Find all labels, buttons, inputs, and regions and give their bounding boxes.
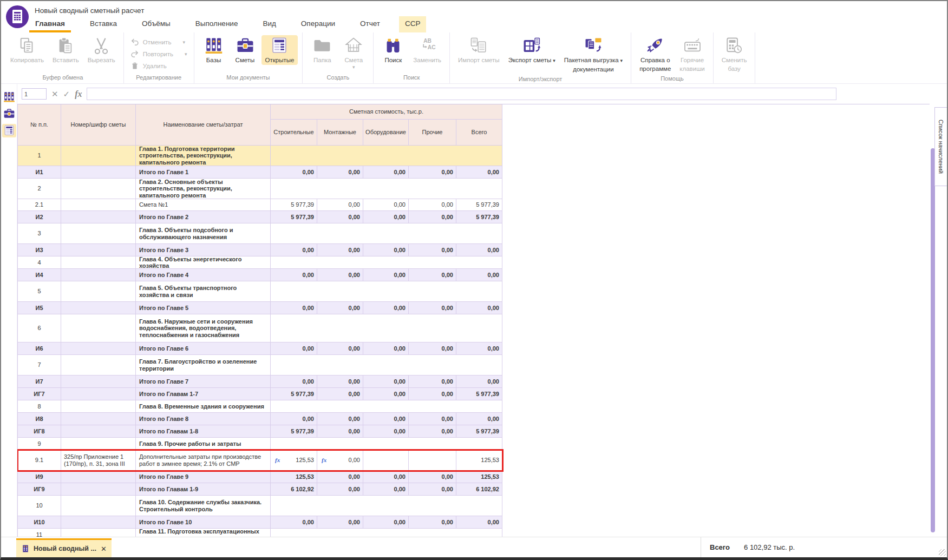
row-number-input[interactable]	[22, 88, 47, 100]
table-row-11[interactable]: 11Глава 11. Подготовка эксплуатационных …	[18, 529, 502, 537]
table-row-И6[interactable]: И6Итого по Главе 60,000,000,000,000,00	[18, 342, 502, 355]
accruals-panel-tab[interactable]: Список начислений	[934, 107, 947, 186]
table-viewport: № п.п.Номер/шифр сметыНаименование сметы…	[17, 104, 930, 537]
tab-ssr[interactable]: ССР	[399, 16, 427, 32]
ribbon-group-2: БазыСметыОткрытыеМои документы	[194, 32, 303, 83]
table-row-2[interactable]: 2Глава 2. Основные объекты строительства…	[18, 179, 502, 199]
estimates-label: Сметы	[236, 57, 255, 64]
paste-button[interactable]: Вставить	[49, 35, 83, 65]
header-col-name: Наименование сметы/затрат	[136, 104, 271, 146]
row-number-cell: 10	[18, 496, 61, 516]
row-name-cell: Итого по Главе 10	[136, 516, 271, 529]
tab-view[interactable]: Вид	[257, 16, 282, 32]
ribbon-group-label: Поиск	[377, 73, 446, 83]
cut-button[interactable]: Вырезать	[84, 35, 119, 65]
row-empty-values-cell	[271, 256, 502, 269]
table-row-2.1[interactable]: 2.1Смета №15 977,390,000,000,005 977,39	[18, 199, 502, 211]
copy-button[interactable]: Копировать	[6, 35, 48, 65]
ribbon-group-label: Мои документы	[198, 73, 299, 83]
change-database-button[interactable]: Сменитьбазу	[718, 35, 751, 74]
table-row-И2[interactable]: И2Итого по Главе 25 977,390,000,000,005 …	[18, 211, 502, 223]
chevron-down-icon[interactable]: ▾	[553, 58, 555, 63]
row-code-cell	[61, 516, 136, 529]
about-button[interactable]: Справка опрограмме	[636, 35, 675, 74]
document-tab[interactable]: Новый сводный ... ✕	[16, 538, 112, 557]
row-code-cell	[61, 166, 136, 179]
chevron-down-icon[interactable]: ▾	[185, 51, 187, 57]
strip-open-documents-icon[interactable]	[2, 124, 16, 137]
table-row-9.1[interactable]: 9.1325/пр Приложение 1 (170/пр), п. 31, …	[18, 450, 502, 471]
tab-home[interactable]: Главная	[29, 16, 71, 32]
table-row-И8[interactable]: И8Итого по Главе 80,000,000,000,000,00	[18, 413, 502, 425]
strip-estimates-icon[interactable]	[2, 107, 16, 121]
table-row-И10[interactable]: И10Итого по Главе 100,000,000,000,000,00	[18, 516, 502, 529]
import-estimate-button[interactable]: Импорт сметы	[454, 35, 504, 65]
tab-execution[interactable]: Выполнение	[189, 16, 244, 32]
vertical-scrollbar[interactable]	[931, 148, 935, 532]
table-row-И3[interactable]: И3Итого по Главе 30,000,000,000,000,00	[18, 244, 502, 256]
row-number-cell: 5	[18, 281, 61, 302]
open-documents-button[interactable]: Открытые	[261, 35, 298, 65]
table-row-ИГ9[interactable]: ИГ9Итого по Главам 1-96 102,920,000,000,…	[18, 483, 502, 496]
left-icon-strip	[1, 84, 17, 537]
strip-bases-icon[interactable]	[2, 90, 16, 104]
tab-insert[interactable]: Вставка	[84, 16, 123, 32]
row-value-cell-1: 0,00	[317, 375, 363, 388]
table-row-3[interactable]: 3Глава 3. Объекты подсобного и обслужива…	[18, 223, 502, 244]
table-row-9[interactable]: 9Глава 9. Прочие работы и затраты	[18, 438, 502, 450]
table-row-10[interactable]: 10Глава 10. Содержание службы заказчика.…	[18, 496, 502, 516]
cancel-icon[interactable]: ✕	[51, 90, 58, 98]
table-row-ИГ7[interactable]: ИГ7Итого по Главам 1-75 977,390,000,000,…	[18, 388, 502, 400]
search-button[interactable]: Поиск	[378, 35, 408, 65]
bases-button[interactable]: Базы	[199, 35, 229, 65]
estimates-button[interactable]: Сметы	[230, 35, 260, 65]
table-row-5[interactable]: 5Глава 5. Объекты транспортного хозяйств…	[18, 281, 502, 302]
table-row-8[interactable]: 8Глава 8. Временные здания и сооружения	[18, 400, 502, 413]
row-value-cell-4: 0,00	[456, 244, 502, 256]
table-row-ИГ8[interactable]: ИГ8Итого по Главам 1-85 977,390,000,000,…	[18, 425, 502, 438]
row-name-cell: Глава 10. Содержание службы заказчика. С…	[136, 496, 271, 516]
formula-input[interactable]	[87, 88, 836, 100]
row-value-cell-4: 0,00	[456, 166, 502, 179]
row-value-cell-1: 0,00	[317, 166, 363, 179]
chevron-down-icon[interactable]: ▾	[620, 58, 623, 63]
row-number-cell: И5	[18, 302, 61, 314]
tab-volumes[interactable]: Объёмы	[136, 16, 176, 32]
batch-upload-button[interactable]: Пакетная выгрузка▾документации	[560, 35, 626, 74]
table-row-1[interactable]: 1Глава 1. Подготовка территории строител…	[18, 146, 502, 166]
close-tab-icon[interactable]: ✕	[101, 545, 107, 553]
hotkeys-button[interactable]: Горячиеклавиши	[676, 35, 708, 74]
table-row-7[interactable]: 7Глава 7. Благоустройство и озеленение т…	[18, 355, 502, 375]
replace-button[interactable]: ABACЗаменить	[409, 35, 445, 65]
chevron-down-icon[interactable]: ▾	[182, 39, 185, 45]
table-row-И4[interactable]: И4Итого по Главе 40,000,000,000,000,00	[18, 269, 502, 281]
row-value-cell-3: 0,00	[409, 211, 456, 223]
export-estimate-button[interactable]: Экспорт сметы▾	[505, 35, 559, 65]
chevron-down-icon[interactable]: ▾	[352, 65, 355, 69]
delete-button[interactable]: Удалить	[128, 60, 169, 72]
row-value-cell-4: 0,00	[456, 375, 502, 388]
redo-button[interactable]: Повторить▾	[128, 48, 190, 60]
table-row-6[interactable]: 6Глава 6. Наружные сети и сооружения вод…	[18, 314, 502, 342]
row-number-cell: 4	[18, 256, 61, 269]
search-icon	[384, 37, 402, 55]
tab-report[interactable]: Отчет	[354, 16, 386, 32]
copy-icon	[18, 37, 36, 55]
confirm-icon[interactable]: ✓	[63, 90, 70, 98]
row-code-cell: 325/пр Приложение 1 (170/пр), п. 31, зон…	[61, 450, 136, 471]
resize-grip-icon[interactable]	[939, 549, 946, 556]
table-row-И1[interactable]: И1Итого по Главе 10,000,000,000,000,00	[18, 166, 502, 179]
table-row-И7[interactable]: И7Итого по Главе 70,000,000,000,000,00	[18, 375, 502, 388]
row-empty-values-cell	[271, 355, 502, 375]
row-name-cell: Итого по Главе 9	[136, 471, 271, 483]
table-row-И9[interactable]: И9Итого по Главе 9125,530,000,000,00125,…	[18, 471, 502, 483]
folder-button[interactable]: Папка	[307, 35, 337, 65]
content-column: ✕ ✓ fx № п.п.Номер/шифр сметыНаименовани…	[17, 84, 930, 537]
bases-icon	[205, 37, 223, 55]
tab-operations[interactable]: Операции	[295, 16, 341, 32]
estimate-button[interactable]: Смета▾	[338, 35, 369, 70]
app-window: Новый сводный сметный расчет ГлавнаяВста…	[0, 0, 948, 560]
table-row-И5[interactable]: И5Итого по Главе 50,000,000,000,000,00	[18, 302, 502, 314]
table-row-4[interactable]: 4Глава 4. Объекты энергетического хозяйс…	[18, 256, 502, 269]
undo-button[interactable]: Отменить▾	[128, 36, 188, 48]
